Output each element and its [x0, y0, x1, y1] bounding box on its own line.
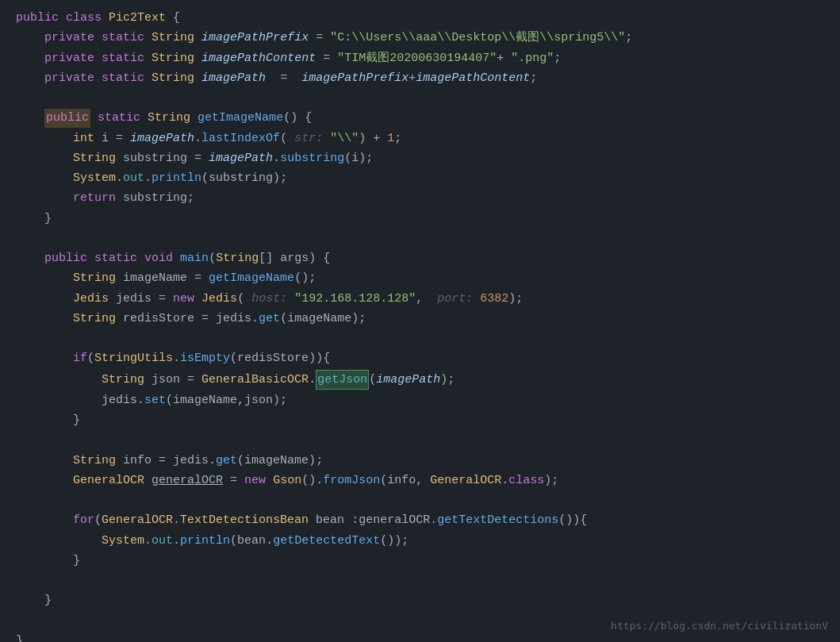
line-18: if(StringUtils.isEmpty(redisStore)){ [16, 348, 840, 368]
line-26: for(GeneralOCR.TextDetectionsBean bean :… [16, 510, 840, 530]
watermark-url: https://blog.csdn.net/civilizationV [611, 618, 828, 634]
line-1: public class Pic2Text { [16, 8, 840, 28]
line-19: String json = GeneralBasicOCR.getJson(im… [16, 369, 840, 390]
line-21: } [16, 410, 840, 430]
line-11: } [16, 209, 840, 229]
line-23: String info = jedis.get(imageName); [16, 451, 840, 471]
line-12-blank [16, 229, 840, 248]
class-Pic2Text: Pic2Text [109, 9, 166, 27]
line-2: private static String imagePathPrefix = … [16, 28, 840, 48]
line-3: private static String imagePathContent =… [16, 48, 840, 68]
line-8: String substring = imagePath.substring(i… [16, 148, 840, 168]
line-27: System.out.println(bean.getDetectedText(… [16, 531, 840, 551]
keyword-public: public [16, 9, 59, 27]
line-7: int i = imagePath.lastIndexOf( str: "\\"… [16, 129, 840, 148]
line-4: private static String imagePath = imageP… [16, 68, 840, 88]
line-22-blank [16, 430, 840, 450]
line-13: public static void main(String[] args) { [16, 248, 840, 268]
line-16: String redisStore = jedis.get(imageName)… [16, 309, 840, 329]
line-6: public static String getImageName() { [16, 108, 840, 128]
line-14: String imageName = getImageName(); [16, 268, 840, 288]
line-29-blank [16, 571, 840, 590]
line-17-blank [16, 329, 840, 348]
line-20: jedis.set(imageName,json); [16, 390, 840, 410]
code-editor: public class Pic2Text { private static S… [0, 0, 840, 642]
line-30: } [16, 590, 840, 610]
line-9: System.out.println(substring); [16, 168, 840, 188]
line-25-blank [16, 490, 840, 510]
line-15: Jedis jedis = new Jedis( host: "192.168.… [16, 289, 840, 309]
line-5-blank [16, 88, 840, 108]
line-24: GeneralOCR generalOCR = new Gson().fromJ… [16, 471, 840, 490]
keyword-class: class [66, 9, 102, 27]
line-10: return substring; [16, 188, 840, 208]
line-28: } [16, 551, 840, 571]
